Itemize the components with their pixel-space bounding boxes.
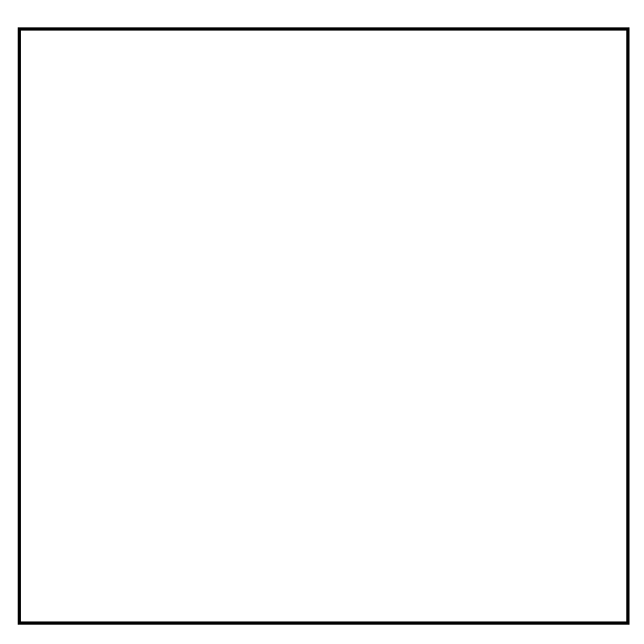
bottleneck-curve bbox=[21, 31, 626, 625]
plot-area bbox=[18, 27, 630, 625]
bottleneck-chart bbox=[0, 0, 644, 644]
